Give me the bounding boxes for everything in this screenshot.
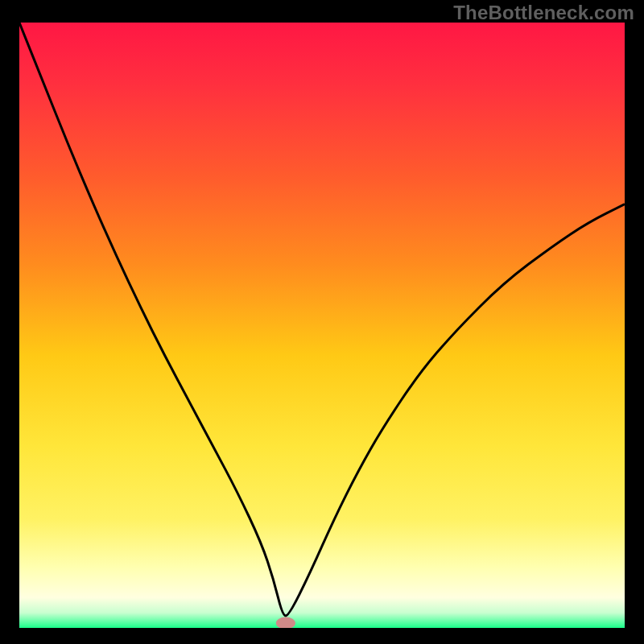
chart-frame: TheBottleneck.com: [0, 0, 644, 644]
watermark-text: TheBottleneck.com: [453, 2, 634, 24]
chart-svg: [19, 23, 625, 628]
gradient-background: [19, 23, 625, 628]
plot-area: [19, 23, 625, 628]
